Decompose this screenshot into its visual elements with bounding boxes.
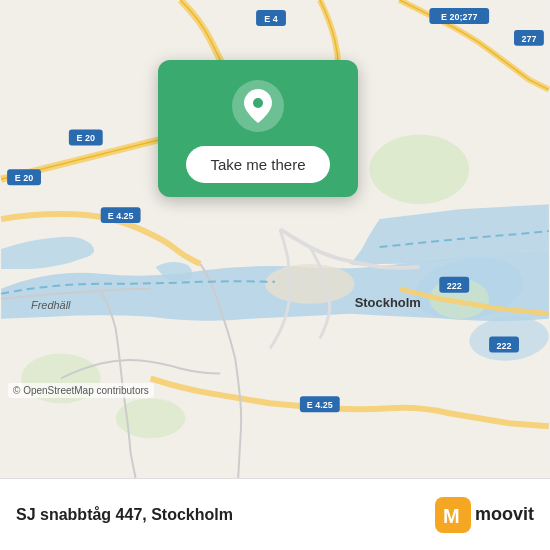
svg-point-3: [370, 134, 470, 204]
location-pin-icon: [244, 89, 272, 123]
take-me-there-button[interactable]: Take me there: [186, 146, 329, 183]
svg-text:E 20: E 20: [77, 133, 95, 143]
svg-point-28: [253, 98, 263, 108]
svg-text:E 20: E 20: [15, 173, 33, 183]
svg-text:E 4: E 4: [264, 14, 277, 24]
svg-point-7: [265, 264, 355, 304]
svg-text:E 4.25: E 4.25: [108, 211, 134, 221]
svg-text:222: 222: [497, 341, 512, 351]
moovit-brand-text: moovit: [475, 504, 534, 525]
moovit-icon: M: [435, 497, 471, 533]
map-container[interactable]: E 20 E 20 E 4 E 20;277 277 E 4.25 222 22…: [0, 0, 550, 478]
svg-text:277: 277: [521, 34, 536, 44]
svg-text:222: 222: [447, 281, 462, 291]
moovit-logo: M moovit: [435, 497, 534, 533]
svg-text:Fredhäll: Fredhäll: [31, 299, 71, 311]
bottom-bar: SJ snabbtåg 447, Stockholm M moovit: [0, 478, 550, 550]
location-card: Take me there: [158, 60, 358, 197]
svg-text:E 4.25: E 4.25: [307, 400, 333, 410]
app: E 20 E 20 E 4 E 20;277 277 E 4.25 222 22…: [0, 0, 550, 550]
moovit-m-icon: M: [441, 503, 465, 527]
station-info: SJ snabbtåg 447, Stockholm: [16, 506, 423, 524]
svg-text:Stockholm: Stockholm: [355, 295, 421, 310]
map-attribution: © OpenStreetMap contributors: [8, 383, 154, 398]
svg-text:E 20;277: E 20;277: [441, 12, 477, 22]
svg-text:M: M: [443, 505, 460, 527]
station-name: SJ snabbtåg 447, Stockholm: [16, 506, 423, 524]
location-icon-wrapper: [232, 80, 284, 132]
